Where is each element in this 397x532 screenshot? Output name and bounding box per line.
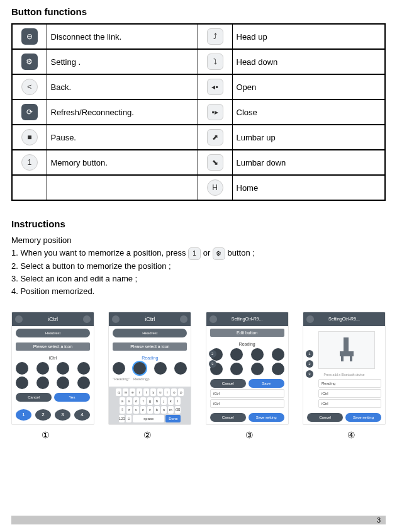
func-label: Home bbox=[232, 175, 385, 200]
save-setting-button[interactable]: Save setting bbox=[249, 413, 284, 422]
screen-title: SettingCtrl-R9... bbox=[328, 317, 360, 321]
func-label: Setting . bbox=[47, 49, 198, 74]
list-item[interactable]: iCtrl bbox=[210, 399, 284, 408]
head-down-icon: ⤵ bbox=[207, 54, 223, 70]
screenshot-4: SettingCtrl-R9... Press add a Bluetooth … bbox=[303, 312, 386, 425]
save-setting-button[interactable]: Save setting bbox=[345, 413, 381, 422]
head-up-icon: ⤴ bbox=[207, 28, 223, 45]
tab-headrest: Headrest bbox=[113, 329, 187, 337]
keyboard-done[interactable]: Done bbox=[165, 415, 181, 422]
step-text: 1. When you want to memorize a position,… bbox=[11, 248, 186, 258]
svg-rect-2 bbox=[341, 356, 344, 361]
cancel-button[interactable]: Cancel bbox=[16, 393, 52, 402]
close-icon: ▪▸ bbox=[207, 104, 223, 120]
screenshot-2: iCtrl Headrest Please select a icon Read… bbox=[108, 312, 191, 425]
screenshot-row: iCtrl Headrest Please select a icon iCtr… bbox=[11, 312, 386, 425]
memory-1-icon: 1 bbox=[188, 247, 201, 260]
step-text: 4. Position memorized. bbox=[11, 285, 386, 298]
func-label: Lumbar up bbox=[232, 125, 385, 150]
circled-4: ④ bbox=[347, 430, 355, 440]
step-text: 3. Select an icon and edit a name ; bbox=[11, 273, 386, 285]
section-title-functions: Button functions bbox=[11, 6, 386, 17]
func-label: Close bbox=[232, 99, 385, 125]
section-title-instructions: Instructions bbox=[11, 218, 386, 229]
seat-icon bbox=[337, 337, 356, 363]
open-icon: ◂▪ bbox=[207, 79, 223, 95]
home-icon: H bbox=[207, 179, 223, 196]
list-item[interactable]: iCtrl bbox=[318, 389, 381, 398]
select-icon-banner: Please select a icon bbox=[113, 342, 187, 351]
func-label: Head up bbox=[232, 24, 385, 49]
svg-rect-3 bbox=[350, 356, 352, 361]
icon-name-label: iCtrl bbox=[16, 356, 90, 360]
func-label: Back. bbox=[47, 74, 198, 99]
func-label: Open bbox=[232, 74, 385, 99]
func-label: Refresh/Reconnecting. bbox=[47, 99, 198, 125]
icon-name-input[interactable]: Reading bbox=[113, 356, 187, 360]
page-number: 3 bbox=[377, 516, 381, 524]
func-label: Pause. bbox=[47, 125, 198, 150]
cancel-button[interactable]: Cancel bbox=[307, 413, 343, 422]
app-title: iCtrl bbox=[48, 316, 58, 322]
step-text: button ; bbox=[228, 248, 255, 258]
select-icon-banner: Please select a icon bbox=[16, 342, 90, 351]
svg-rect-1 bbox=[340, 351, 354, 356]
step-text: or bbox=[203, 248, 211, 258]
lumbar-down-icon: ⬊ bbox=[207, 154, 223, 171]
settings-icon: ⚙ bbox=[21, 54, 38, 70]
button-functions-table: ⊖ Disconnect the link. ⤴ Head up ⚙ Setti… bbox=[11, 23, 386, 201]
screen-title: SettingCtrl-R9... bbox=[232, 317, 263, 321]
screenshot-1: iCtrl Headrest Please select a icon iCtr… bbox=[11, 312, 94, 425]
step-text: 2. Select a button to memorize the posit… bbox=[11, 260, 386, 273]
list-item[interactable]: iCtrl bbox=[210, 389, 284, 398]
tab-headrest: Headrest bbox=[16, 329, 90, 337]
pause-icon: ■ bbox=[21, 129, 38, 145]
memory-1-icon: 1 bbox=[21, 154, 38, 171]
list-item[interactable]: iCtrl bbox=[318, 399, 381, 408]
icon-name-label: Reading bbox=[210, 342, 284, 346]
svg-rect-0 bbox=[344, 337, 349, 351]
settings-icon: ⚙ bbox=[213, 247, 225, 260]
func-label: Head down bbox=[232, 49, 385, 74]
app-title: iCtrl bbox=[145, 316, 155, 322]
func-label: Lumbar down bbox=[232, 150, 385, 175]
func-label: Memory button. bbox=[47, 150, 198, 175]
disconnect-icon: ⊖ bbox=[21, 28, 38, 45]
yes-button[interactable]: Yes bbox=[54, 393, 90, 402]
page-footer: 3 bbox=[11, 516, 386, 524]
memory-steps: 1. When you want to memorize a position,… bbox=[11, 247, 386, 298]
refresh-icon: ⟳ bbox=[21, 104, 38, 120]
circled-3: ③ bbox=[245, 430, 254, 440]
circled-2: ② bbox=[143, 430, 152, 440]
circled-1: ① bbox=[42, 430, 50, 440]
func-label: Disconnect the link. bbox=[47, 24, 198, 49]
memory-position-title: Memory position bbox=[11, 235, 386, 245]
suggestion: Readingp bbox=[133, 377, 150, 381]
back-icon: < bbox=[21, 79, 38, 95]
edit-button-banner: Edit button bbox=[210, 329, 284, 337]
list-item[interactable]: Reading bbox=[318, 379, 381, 388]
cancel-button[interactable]: Cancel bbox=[210, 413, 246, 422]
hint-text: Press add a Bluetooth device bbox=[318, 373, 370, 376]
lumbar-up-icon: ⬈ bbox=[207, 129, 223, 145]
save-button[interactable]: Save bbox=[249, 379, 284, 388]
suggestion: "Reading" bbox=[113, 377, 130, 381]
cancel-button[interactable]: Cancel bbox=[210, 379, 246, 388]
screenshot-3: SettingCtrl-R9... Edit button Reading Ca… bbox=[206, 312, 289, 425]
keyboard[interactable]: qwertyuiop asdfghjkl ⇧zxcvbnm⌫ 123☺space… bbox=[109, 387, 191, 424]
screenshot-numbers: ① ② ③ ④ bbox=[11, 430, 386, 440]
